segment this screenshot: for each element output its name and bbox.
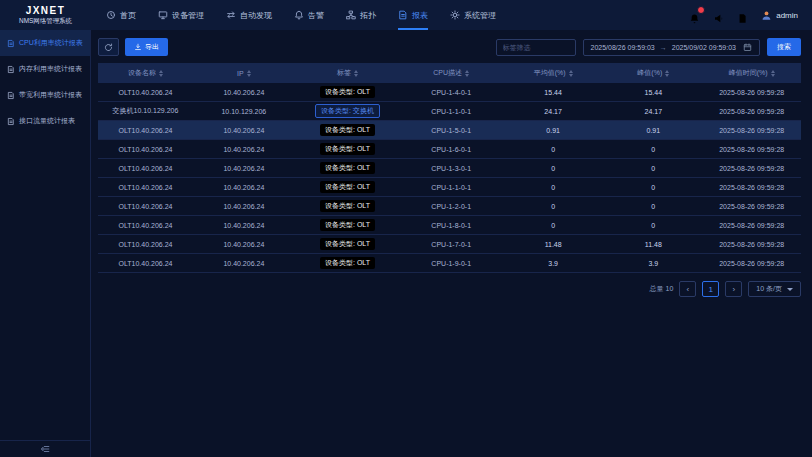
top-navbar: JXNET NMS网络管理系统 首页设备管理自动发现告警拓扑报表系统管理 adm…: [0, 0, 812, 30]
next-page-button[interactable]: ›: [725, 281, 742, 297]
peak-value-cell: 0: [604, 165, 702, 172]
device-name-cell: OLT10.40.206.24: [98, 184, 193, 191]
peak-time-cell: 2025-08-26 09:59:28: [703, 241, 801, 248]
page-number-button[interactable]: 1: [702, 281, 719, 297]
user-avatar-icon: [761, 10, 772, 21]
collapse-sidebar-icon[interactable]: [40, 444, 50, 454]
avg-value-cell: 0: [502, 222, 604, 229]
column-label: CPU描述: [433, 68, 462, 78]
peak-value-cell: 0: [604, 146, 702, 153]
device-name-cell: OLT10.40.206.24: [98, 222, 193, 229]
user-menu[interactable]: admin: [761, 10, 798, 21]
sort-icon[interactable]: [665, 70, 669, 77]
table-row[interactable]: OLT10.40.206.2410.40.206.24设备类型: OLTCPU-…: [98, 235, 801, 254]
cpu-desc-cell: CPU-1-3-0-1: [400, 165, 502, 172]
column-header-device-name[interactable]: 设备名称: [98, 68, 193, 78]
table-body: OLT10.40.206.2410.40.206.24设备类型: OLTCPU-…: [98, 83, 801, 273]
device-type-tag: 设备类型: OLT: [320, 257, 375, 268]
page-size-label: 10 条/页: [756, 284, 782, 294]
sort-icon[interactable]: [465, 70, 469, 77]
avg-value-cell: 24.17: [502, 108, 604, 115]
sidebar-item-memory-report[interactable]: 内存利用率统计报表: [0, 56, 90, 82]
peak-value-cell: 3.9: [604, 260, 702, 267]
sidebar-item-label: 带宽利用率统计报表: [19, 90, 82, 100]
column-header-cpu-desc[interactable]: CPU描述: [400, 68, 502, 78]
nav-item-reports[interactable]: 报表: [387, 0, 439, 30]
report-icon: [398, 10, 408, 20]
sidebar-item-label: CPU利用率统计报表: [19, 38, 83, 48]
sort-icon[interactable]: [771, 70, 775, 77]
tag-filter-input[interactable]: [496, 39, 576, 56]
sidebar-item-bandwidth-report[interactable]: 带宽利用率统计报表: [0, 82, 90, 108]
sort-icon[interactable]: [247, 70, 251, 77]
nav-item-system[interactable]: 系统管理: [439, 0, 507, 30]
column-header-ip[interactable]: IP: [193, 70, 295, 77]
page-size-select[interactable]: 10 条/页: [748, 281, 801, 297]
peak-time-cell: 2025-08-26 09:59:28: [703, 89, 801, 96]
cpu-desc-cell: CPU-1-1-0-1: [400, 184, 502, 191]
sort-icon[interactable]: [569, 70, 573, 77]
sort-icon[interactable]: [159, 70, 163, 77]
chevron-down-icon: [787, 288, 793, 291]
nav-item-home[interactable]: 首页: [95, 0, 147, 30]
tag-cell: 设备类型: OLT: [295, 238, 400, 249]
peak-time-cell: 2025-08-26 09:59:28: [703, 146, 801, 153]
nav-item-label: 拓扑: [360, 10, 376, 21]
announcement-icon[interactable]: [713, 10, 724, 21]
table-row[interactable]: OLT10.40.206.2410.40.206.24设备类型: OLTCPU-…: [98, 83, 801, 102]
discovery-icon: [226, 10, 236, 20]
nav-item-alarm[interactable]: 告警: [283, 0, 335, 30]
table-row[interactable]: 交换机10.10.129.20610.10.129.206设备类型: 交换机CP…: [98, 102, 801, 121]
ip-cell: 10.40.206.24: [193, 89, 295, 96]
device-name-cell: OLT10.40.206.24: [98, 241, 193, 248]
main-content: 导出 2025/08/26 09:59:03 → 2025/09/02 09:5…: [92, 30, 812, 457]
date-range-picker[interactable]: 2025/08/26 09:59:03 → 2025/09/02 09:59:0…: [583, 39, 760, 56]
refresh-button[interactable]: [98, 38, 119, 56]
tag-cell: 设备类型: OLT: [295, 181, 400, 192]
export-button[interactable]: 导出: [125, 38, 168, 56]
cpu-desc-cell: CPU-1-7-0-1: [400, 241, 502, 248]
toolbar-filters: 2025/08/26 09:59:03 → 2025/09/02 09:59:0…: [496, 38, 801, 56]
column-header-peak[interactable]: 峰值(%): [604, 68, 702, 78]
ip-cell: 10.40.206.24: [193, 203, 295, 210]
table-row[interactable]: OLT10.40.206.2410.40.206.24设备类型: OLTCPU-…: [98, 178, 801, 197]
ip-cell: 10.40.206.24: [193, 146, 295, 153]
sidebar-menu: CPU利用率统计报表内存利用率统计报表带宽利用率统计报表接口流量统计报表: [0, 30, 90, 134]
total-count-label: 总量 10: [650, 284, 674, 294]
sidebar-item-cpu-report[interactable]: CPU利用率统计报表: [0, 30, 90, 56]
sort-icon[interactable]: [354, 70, 358, 77]
tag-cell: 设备类型: OLT: [295, 124, 400, 135]
app-logo: JXNET NMS网络管理系统: [0, 5, 91, 25]
nav-item-devices[interactable]: 设备管理: [147, 0, 215, 30]
avg-value-cell: 0: [502, 203, 604, 210]
notification-bell-icon[interactable]: [689, 10, 700, 21]
column-header-tag[interactable]: 标签: [295, 68, 400, 78]
table-row[interactable]: OLT10.40.206.2410.40.206.24设备类型: OLTCPU-…: [98, 216, 801, 235]
export-button-label: 导出: [145, 42, 159, 52]
column-header-avg[interactable]: 平均值(%): [502, 68, 604, 78]
table-header-row: 设备名称IP标签CPU描述平均值(%)峰值(%)峰值时间(%): [98, 63, 801, 83]
date-start: 2025/08/26 09:59:03: [591, 44, 655, 51]
tag-cell: 设备类型: OLT: [295, 257, 400, 268]
report-icon: [7, 117, 15, 126]
table-row[interactable]: OLT10.40.206.2410.40.206.24设备类型: OLTCPU-…: [98, 254, 801, 273]
report-icon: [7, 91, 15, 100]
avg-value-cell: 3.9: [502, 260, 604, 267]
peak-value-cell: 0: [604, 203, 702, 210]
notification-badge: [697, 6, 705, 14]
sidebar: CPU利用率统计报表内存利用率统计报表带宽利用率统计报表接口流量统计报表: [0, 30, 91, 457]
nav-item-discovery[interactable]: 自动发现: [215, 0, 283, 30]
device-type-tag: 设备类型: 交换机: [315, 104, 380, 117]
search-button[interactable]: 搜索: [767, 38, 801, 56]
table-row[interactable]: OLT10.40.206.2410.40.206.24设备类型: OLTCPU-…: [98, 159, 801, 178]
document-icon[interactable]: [737, 10, 748, 21]
settings-icon: [450, 10, 460, 20]
prev-page-button[interactable]: ‹: [679, 281, 696, 297]
sidebar-item-interface-report[interactable]: 接口流量统计报表: [0, 108, 90, 134]
column-header-peak-time[interactable]: 峰值时间(%): [703, 68, 801, 78]
table-row[interactable]: OLT10.40.206.2410.40.206.24设备类型: OLTCPU-…: [98, 140, 801, 159]
table-row[interactable]: OLT10.40.206.2410.40.206.24设备类型: OLTCPU-…: [98, 197, 801, 216]
table-row[interactable]: OLT10.40.206.2410.40.206.24设备类型: OLTCPU-…: [98, 121, 801, 140]
ip-cell: 10.40.206.24: [193, 184, 295, 191]
nav-item-topology[interactable]: 拓扑: [335, 0, 387, 30]
